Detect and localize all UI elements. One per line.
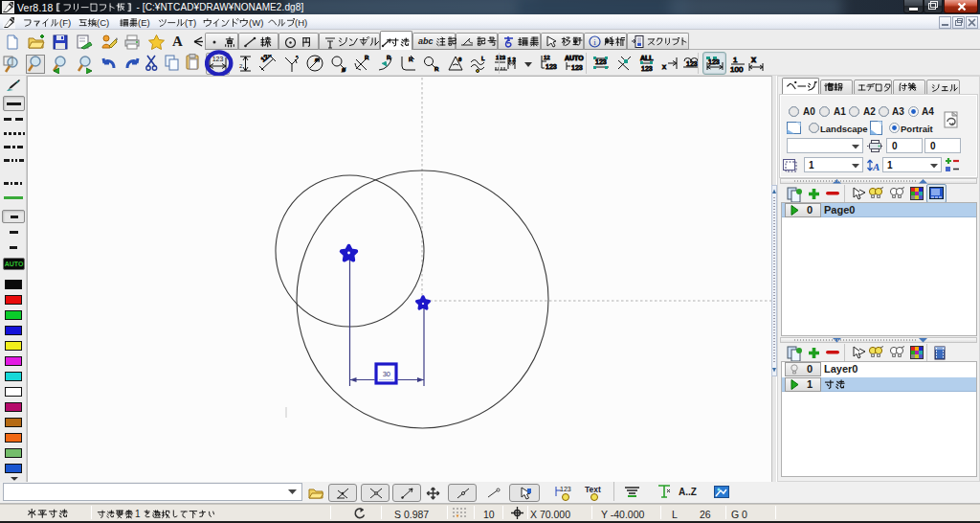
svg-text:123: 123 bbox=[560, 486, 571, 492]
svg-text:ø: ø bbox=[342, 66, 346, 73]
svg-text:100: 100 bbox=[730, 65, 744, 73]
svg-text:R: R bbox=[387, 55, 391, 60]
svg-text:123: 123 bbox=[595, 58, 607, 65]
svg-text:123: 123 bbox=[546, 63, 557, 70]
svg-text:1: 1 bbox=[733, 56, 738, 64]
svg-text:AUTO: AUTO bbox=[565, 55, 584, 61]
svg-text:A: A bbox=[872, 161, 880, 172]
svg-text:123: 123 bbox=[571, 64, 583, 71]
svg-text:2: 2 bbox=[239, 63, 243, 69]
svg-text:1 2: 1 2 bbox=[508, 57, 516, 62]
svg-text:12: 12 bbox=[544, 55, 550, 60]
svg-text:Text: Text bbox=[585, 485, 601, 494]
svg-text:123: 123 bbox=[686, 60, 698, 67]
svg-text:L: L bbox=[481, 56, 485, 61]
svg-text:123: 123 bbox=[708, 58, 720, 65]
svg-text:123: 123 bbox=[641, 65, 653, 72]
svg-text:x: x bbox=[751, 55, 756, 64]
svg-text:30: 30 bbox=[383, 370, 390, 378]
svg-text:ALL: ALL bbox=[640, 55, 654, 61]
svg-text:i: i bbox=[593, 37, 596, 47]
svg-text:ø: ø bbox=[315, 57, 319, 62]
svg-text:θ: θ bbox=[458, 57, 462, 62]
svg-text:R: R bbox=[365, 55, 369, 60]
svg-text:x: x bbox=[662, 62, 666, 71]
svg-text:R: R bbox=[434, 66, 439, 72]
